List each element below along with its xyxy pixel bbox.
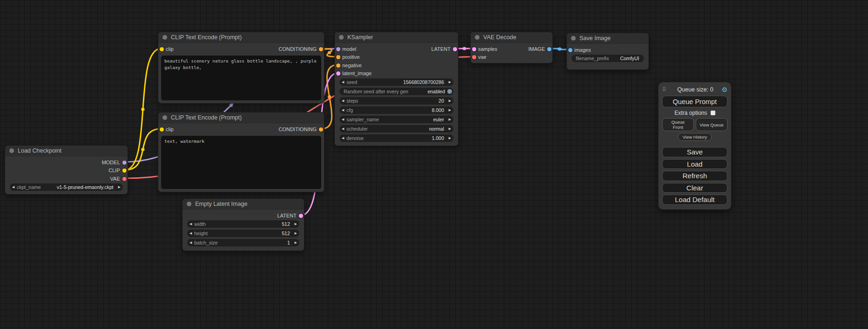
output-slot-conditioning[interactable]: [319, 127, 323, 132]
save-button[interactable]: Save: [662, 147, 727, 157]
increment-arrow-icon[interactable]: ▶: [446, 97, 453, 105]
refresh-button[interactable]: Refresh: [662, 171, 727, 181]
node-titlebar[interactable]: Save Image: [567, 33, 649, 44]
node-vae-decode[interactable]: VAE DecodesamplesIMAGEvae: [470, 32, 553, 63]
widget-Random seed after every gen[interactable]: Random seed after every genenabled: [339, 88, 453, 95]
output-slot-model[interactable]: [122, 161, 127, 165]
node-empty-latent-image[interactable]: Empty Latent ImageLATENT◀width512▶◀heigh…: [182, 198, 304, 251]
node-clip-text-encode-negative[interactable]: CLIP Text Encode (Prompt)clipCONDITIONIN…: [158, 112, 325, 192]
input-slot-clip[interactable]: [160, 47, 164, 51]
view-queue-button[interactable]: View Queue: [696, 118, 727, 131]
input-slot-images[interactable]: [568, 48, 572, 52]
node-load-checkpoint[interactable]: Load CheckpointMODELCLIPVAE◀ckpt_namev1-…: [5, 145, 128, 195]
output-slot-label: CONDITIONING: [279, 46, 317, 52]
widget-seed[interactable]: ◀seed156680208700286▶: [339, 78, 453, 86]
node-title: Save Image: [579, 35, 611, 42]
input-slot-positive[interactable]: [336, 55, 340, 59]
collapse-dot-icon[interactable]: [162, 115, 167, 120]
node-titlebar[interactable]: Empty Latent Image: [183, 199, 304, 210]
decrement-arrow-icon[interactable]: ◀: [339, 106, 346, 114]
slot-row: LATENT: [183, 212, 304, 219]
widget-value: v1-5-pruned-emaonly.ckpt: [41, 184, 116, 190]
decrement-arrow-icon[interactable]: ◀: [339, 125, 346, 133]
node-title: VAE Decode: [483, 34, 516, 41]
increment-arrow-icon[interactable]: ▶: [446, 78, 453, 86]
input-slot-samples[interactable]: [472, 47, 476, 51]
widget-denoise[interactable]: ◀denoise1.000▶: [339, 134, 453, 142]
collapse-dot-icon[interactable]: [187, 202, 191, 206]
toggle-knob[interactable]: [447, 89, 452, 94]
output-slot-latent[interactable]: [299, 214, 303, 218]
extra-options-row: Extra options: [662, 109, 727, 116]
node-titlebar[interactable]: KSampler: [335, 32, 458, 43]
decrement-arrow-icon[interactable]: ◀: [339, 78, 346, 86]
decrement-arrow-icon[interactable]: ◀: [187, 220, 194, 228]
widget-label: cfg: [346, 107, 353, 113]
link-midpoint-dot: [141, 108, 144, 111]
increment-arrow-icon[interactable]: ▶: [446, 106, 453, 114]
queue-prompt-button[interactable]: Queue Prompt: [662, 96, 727, 107]
increment-arrow-icon[interactable]: ▶: [446, 125, 453, 133]
input-slot-model[interactable]: [336, 47, 340, 51]
collapse-dot-icon[interactable]: [475, 35, 480, 40]
drag-handle-icon[interactable]: ⠿: [662, 86, 666, 93]
collapse-dot-icon[interactable]: [9, 148, 14, 153]
widget-steps[interactable]: ◀steps20▶: [339, 97, 453, 105]
settings-gear-icon[interactable]: ⚙: [721, 86, 727, 93]
increment-arrow-icon[interactable]: ▶: [292, 239, 299, 246]
decrement-arrow-icon[interactable]: ◀: [339, 97, 346, 105]
decrement-arrow-icon[interactable]: ◀: [187, 239, 194, 246]
widget-batch-size[interactable]: ◀batch_size1▶: [187, 239, 299, 246]
widget-sampler-name[interactable]: ◀sampler_nameeuler▶: [339, 116, 453, 123]
node-titlebar[interactable]: Load Checkpoint: [5, 146, 127, 156]
extra-options-checkbox[interactable]: [711, 111, 715, 115]
queue-front-button[interactable]: Queue Front: [662, 118, 694, 131]
output-slot-image[interactable]: [547, 47, 551, 51]
node-save-image[interactable]: Save Imageimagesfilename_prefixComfyUI: [566, 33, 649, 70]
widget-ckpt-name[interactable]: ◀ckpt_namev1-5-pruned-emaonly.ckpt▶: [10, 183, 123, 191]
increment-arrow-icon[interactable]: ▶: [446, 116, 453, 123]
prompt-textarea[interactable]: beautiful scenery nature glass bottle la…: [161, 56, 321, 100]
decrement-arrow-icon[interactable]: ◀: [339, 134, 346, 142]
node-ksampler[interactable]: KSamplermodelLATENTpositivenegativelaten…: [334, 32, 459, 146]
prompt-textarea[interactable]: text, watermark: [161, 136, 321, 189]
widget-filename-prefix[interactable]: filename_prefixComfyUI: [572, 55, 644, 62]
increment-arrow-icon[interactable]: ▶: [446, 134, 453, 142]
decrement-arrow-icon[interactable]: ◀: [339, 116, 346, 123]
load-default-button[interactable]: Load Default: [662, 195, 727, 205]
node-titlebar[interactable]: CLIP Text Encode (Prompt): [158, 32, 324, 43]
output-slot-conditioning[interactable]: [319, 47, 323, 51]
slot-row: negative: [335, 62, 458, 69]
collapse-dot-icon[interactable]: [339, 35, 344, 40]
widget-label: width: [194, 221, 206, 227]
input-slot-vae[interactable]: [472, 55, 476, 59]
input-slot-clip[interactable]: [160, 127, 164, 132]
input-slot-negative[interactable]: [336, 63, 340, 68]
node-title: Empty Latent Image: [195, 201, 247, 207]
link-midpoint-dot: [463, 47, 466, 50]
widget-width[interactable]: ◀width512▶: [187, 220, 299, 228]
node-clip-text-encode-positive[interactable]: CLIP Text Encode (Prompt)clipCONDITIONIN…: [158, 32, 325, 104]
increment-arrow-icon[interactable]: ▶: [292, 230, 299, 237]
load-button[interactable]: Load: [662, 159, 727, 169]
view-history-button[interactable]: View History: [678, 133, 712, 141]
widget-cfg[interactable]: ◀cfg8.000▶: [339, 106, 453, 114]
clear-button[interactable]: Clear: [662, 183, 727, 193]
widget-scheduler[interactable]: ◀schedulernormal▶: [339, 125, 453, 133]
node-titlebar[interactable]: VAE Decode: [471, 32, 552, 43]
graph-canvas[interactable]: ⠿ Queue size: 0 ⚙ Queue Prompt Extra opt…: [0, 0, 868, 329]
output-slot-vae[interactable]: [122, 177, 127, 181]
widget-height[interactable]: ◀height512▶: [187, 230, 299, 237]
increment-arrow-icon[interactable]: ▶: [116, 183, 123, 191]
widget-value: 1.000: [364, 135, 446, 141]
decrement-arrow-icon[interactable]: ◀: [10, 183, 17, 191]
output-slot-latent[interactable]: [453, 47, 457, 51]
decrement-arrow-icon[interactable]: ◀: [187, 230, 194, 237]
increment-arrow-icon[interactable]: ▶: [292, 220, 299, 228]
slot-row: modelLATENT: [335, 45, 458, 53]
collapse-dot-icon[interactable]: [571, 36, 576, 41]
collapse-dot-icon[interactable]: [162, 35, 167, 40]
input-slot-latent_image[interactable]: [336, 71, 340, 76]
output-slot-clip[interactable]: [122, 168, 127, 173]
node-titlebar[interactable]: CLIP Text Encode (Prompt): [158, 112, 324, 123]
